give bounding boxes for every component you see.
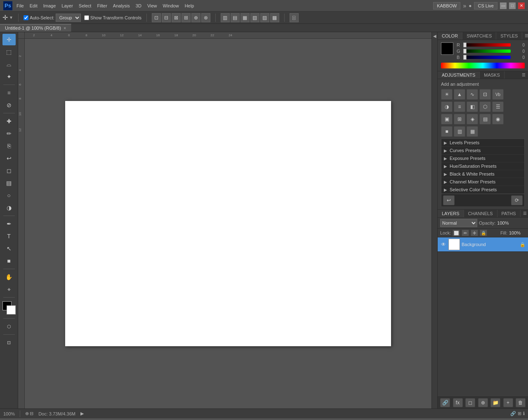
- distribute-h-icon[interactable]: ▥: [221, 13, 230, 22]
- preset-levels[interactable]: ▶ Levels Presets: [441, 139, 524, 147]
- brush-tool-btn[interactable]: ✏: [2, 128, 16, 139]
- hue-sat-btn[interactable]: ◑: [441, 101, 453, 112]
- distribute-icon5[interactable]: ▨: [260, 13, 269, 22]
- scroll-right[interactable]: ▶: [80, 411, 84, 416]
- screen-mode-btn[interactable]: ⊡: [2, 337, 16, 348]
- quick-select-tool-btn[interactable]: ✦: [2, 71, 16, 82]
- b-value[interactable]: 0: [512, 55, 525, 60]
- adjustments-panel-menu[interactable]: ☰: [519, 71, 528, 79]
- menu-edit[interactable]: Edit: [27, 2, 40, 9]
- clone-stamp-tool-btn[interactable]: ⎘: [2, 140, 16, 152]
- gradient-fill-btn[interactable]: ▥: [454, 126, 465, 137]
- menu-window[interactable]: Window: [160, 2, 182, 9]
- shape-tool-btn[interactable]: ■: [2, 255, 16, 267]
- auto-select-dropdown[interactable]: Group Layer: [56, 14, 81, 22]
- r-slider-thumb[interactable]: [463, 42, 467, 47]
- distribute-icon3[interactable]: ▦: [240, 13, 250, 22]
- status-icon-2[interactable]: ⊟: [30, 411, 33, 416]
- menu-analysis[interactable]: Analysis: [111, 2, 132, 9]
- layer-delete-btn[interactable]: 🗑: [516, 398, 526, 407]
- solid-color-btn[interactable]: ■: [441, 126, 453, 137]
- rect-marquee-tool-btn[interactable]: ⬚: [2, 46, 16, 58]
- adj-return-btn[interactable]: ↩: [443, 195, 455, 205]
- tab-layers[interactable]: LAYERS: [438, 210, 464, 217]
- tab-styles[interactable]: STYLES: [496, 32, 522, 40]
- layer-visibility-toggle[interactable]: 👁: [440, 241, 447, 248]
- align-left-icon[interactable]: ⊡: [152, 13, 161, 22]
- preset-exposure[interactable]: ▶ Exposure Presets: [441, 155, 524, 162]
- status-link-icon[interactable]: 🔗: [510, 411, 516, 416]
- lock-all-btn[interactable]: 🔒: [480, 230, 487, 236]
- panel-collapse-btn[interactable]: ◀: [431, 32, 437, 408]
- channel-mixer-btn[interactable]: ☰: [492, 101, 504, 112]
- tab-masks[interactable]: MASKS: [480, 71, 504, 79]
- g-slider-thumb[interactable]: [463, 49, 467, 54]
- preset-huesat[interactable]: ▶ Hue/Saturation Presets: [441, 162, 524, 170]
- color-spectrum[interactable]: [441, 63, 525, 68]
- layer-name[interactable]: Background: [462, 242, 518, 247]
- transform-icon[interactable]: ⌻: [290, 13, 299, 22]
- auto-select-checkbox[interactable]: [24, 15, 28, 20]
- r-value[interactable]: 0: [512, 43, 525, 47]
- gradient-tool-btn[interactable]: ▤: [2, 177, 16, 189]
- tab-adjustments[interactable]: ADJUSTMENTS: [438, 71, 480, 79]
- align-right-icon[interactable]: ⊠: [172, 13, 181, 22]
- close-button[interactable]: ✕: [518, 2, 525, 9]
- pattern-fill-btn[interactable]: ▦: [467, 126, 478, 137]
- color-preview-fg[interactable]: [441, 42, 453, 55]
- layer-new-btn[interactable]: +: [503, 398, 513, 407]
- gradient-map-btn[interactable]: ▤: [479, 114, 491, 124]
- lock-position-btn[interactable]: ✛: [471, 230, 478, 236]
- color-balance-btn[interactable]: ≡: [454, 101, 465, 112]
- layer-item-background[interactable]: 👁 Background 🔒: [438, 237, 528, 252]
- menu-filter[interactable]: Filter: [94, 2, 109, 9]
- photo-filter-btn[interactable]: ⬡: [479, 101, 491, 112]
- more-icon[interactable]: »: [463, 2, 466, 9]
- layers-panel-menu[interactable]: ☰: [521, 210, 528, 217]
- r-slider-track[interactable]: [463, 43, 511, 47]
- tab-color[interactable]: COLOR: [438, 32, 462, 40]
- color-panel-menu[interactable]: ☰: [522, 32, 528, 40]
- distribute-icon4[interactable]: ▧: [250, 13, 259, 22]
- workspace-button[interactable]: KABBOW: [433, 2, 460, 9]
- status-icon-1[interactable]: ⊕: [25, 411, 29, 416]
- curves-btn[interactable]: ∿: [467, 89, 478, 100]
- align-bottom-icon[interactable]: ⊗: [201, 13, 210, 22]
- canvas-document[interactable]: [65, 101, 391, 346]
- tab-channels[interactable]: CHANNELS: [464, 210, 497, 217]
- healing-tool-btn[interactable]: ✚: [2, 115, 16, 127]
- blur-tool-btn[interactable]: ○: [2, 190, 16, 201]
- history-brush-tool-btn[interactable]: ↩: [2, 153, 16, 164]
- status-info-icon[interactable]: ℹ: [523, 411, 525, 416]
- maximize-button[interactable]: □: [509, 2, 516, 9]
- threshold-btn[interactable]: ◈: [467, 114, 478, 124]
- distribute-icon6[interactable]: ▩: [270, 13, 279, 22]
- layer-mask-btn[interactable]: ◻: [465, 398, 475, 407]
- invert-btn[interactable]: ▣: [441, 114, 453, 124]
- blend-mode-select[interactable]: Normal Dissolve Multiply Screen Overlay: [440, 219, 477, 227]
- levels-btn[interactable]: ▲: [454, 89, 465, 100]
- menu-select[interactable]: Select: [76, 2, 94, 9]
- adj-presets-scroll[interactable]: ▶ Levels Presets ▶ Curves Presets ▶ Expo…: [441, 139, 524, 194]
- tab-swatches[interactable]: SWATCHES: [462, 32, 496, 40]
- eyedropper-tool-btn[interactable]: ⊘: [2, 99, 16, 111]
- layer-link-btn[interactable]: 🔗: [440, 398, 450, 407]
- b-slider-thumb[interactable]: [463, 55, 467, 60]
- status-grid-icon[interactable]: ⊞: [518, 411, 521, 416]
- layer-group-btn[interactable]: 📁: [490, 398, 500, 407]
- align-middle-icon[interactable]: ⊕: [191, 13, 200, 22]
- fill-value[interactable]: 100%: [509, 230, 526, 235]
- background-color[interactable]: [7, 305, 16, 314]
- tab-paths[interactable]: PATHS: [497, 210, 521, 217]
- path-select-tool-btn[interactable]: ↖: [2, 243, 16, 254]
- show-transform-checkbox[interactable]: [84, 15, 89, 20]
- b-slider-track[interactable]: [463, 56, 511, 59]
- opacity-value[interactable]: 100%: [497, 221, 514, 225]
- menu-file[interactable]: File: [14, 2, 26, 9]
- move-tool-btn[interactable]: ✛: [2, 34, 16, 45]
- layer-adj-btn[interactable]: ⊕: [478, 398, 488, 407]
- type-tool-btn[interactable]: T: [2, 230, 16, 242]
- crop-tool-btn[interactable]: ⌗: [2, 87, 16, 99]
- layer-style-btn[interactable]: fx: [453, 398, 463, 407]
- lasso-tool-btn[interactable]: ⌓: [2, 59, 16, 70]
